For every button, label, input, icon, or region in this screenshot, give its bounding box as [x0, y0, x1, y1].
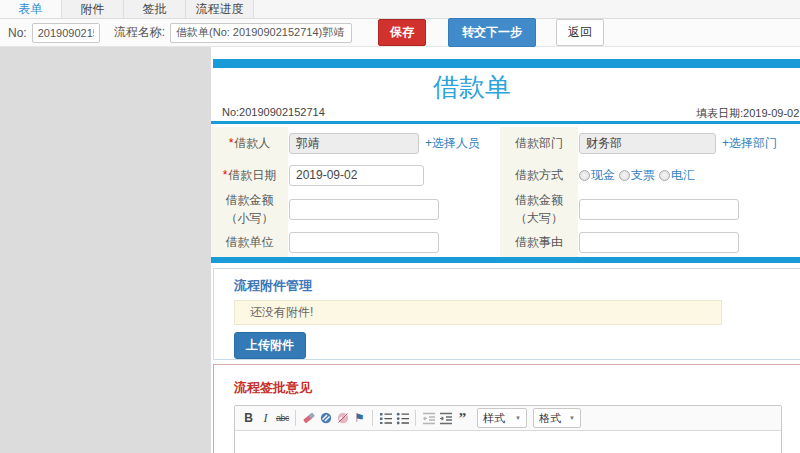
- loan-unit-field: [288, 227, 500, 257]
- borrower-label: *借款人: [211, 127, 288, 159]
- outdent-icon[interactable]: [420, 409, 437, 427]
- radio-cash[interactable]: 现金: [579, 167, 615, 184]
- tab-approval[interactable]: 签批: [124, 0, 186, 18]
- loan-date-input[interactable]: [289, 165, 424, 186]
- process-name-label: 流程名称:: [114, 24, 165, 41]
- loan-unit-input[interactable]: [289, 232, 439, 253]
- approval-section: 流程签批意见 B I abc: [213, 364, 800, 453]
- styles-dropdown-label: 样式: [483, 411, 505, 426]
- page-title: 借款单: [211, 70, 733, 105]
- loan-reason-label: 借款事由: [500, 227, 578, 257]
- borrower-field: +选择人员: [288, 127, 500, 159]
- fill-date: 填表日期:2019-09-02 15:27:1: [696, 106, 800, 121]
- amount-capital-field: [578, 191, 800, 227]
- doc-number: No:20190902152714: [222, 106, 325, 118]
- radio-check[interactable]: 支票: [619, 167, 655, 184]
- attachment-section-heading: 流程附件管理: [234, 277, 312, 295]
- forward-next-step-button[interactable]: 转交下一步: [448, 18, 536, 47]
- strikethrough-icon[interactable]: abc: [274, 409, 291, 427]
- department-label: 借款部门: [500, 127, 578, 159]
- editor-content-area[interactable]: [235, 431, 781, 453]
- app: 表单 附件 签批 流程进度 No: 流程名称: 保存 转交下一步 返回 借款单 …: [0, 0, 800, 453]
- attachment-section: 流程附件管理 还没有附件! 上传附件: [213, 268, 800, 360]
- doc-meta-row: No:20190902152714 填表日期:2019-09-02 15:27:…: [211, 106, 800, 122]
- approval-section-heading: 流程签批意见: [234, 379, 312, 397]
- caret-down-icon: ▼: [515, 415, 521, 421]
- panel-top-accent-bar: [213, 59, 800, 68]
- required-mark: *: [223, 168, 228, 182]
- remove-format-icon[interactable]: [300, 409, 317, 427]
- format-dropdown-label: 格式: [539, 411, 561, 426]
- loan-form-panel: 借款单 No:20190902152714 填表日期:2019-09-02 15…: [211, 47, 800, 453]
- no-label: No:: [8, 26, 27, 40]
- select-department-link[interactable]: +选择部门: [722, 135, 777, 152]
- upload-attachment-button[interactable]: 上传附件: [234, 332, 306, 359]
- loan-reason-field: [578, 227, 800, 257]
- amount-numeric-field: [288, 191, 500, 227]
- amount-capital-label: 借款金额（大写）: [500, 191, 578, 227]
- divider-line: [211, 121, 800, 124]
- borrower-input[interactable]: [289, 133, 419, 154]
- amount-numeric-input[interactable]: [289, 199, 439, 220]
- toolbar-separator: [372, 410, 373, 426]
- bold-icon[interactable]: B: [240, 409, 257, 427]
- select-person-link[interactable]: +选择人员: [425, 135, 480, 152]
- loan-reason-input[interactable]: [579, 232, 739, 253]
- tab-strip: 表单 附件 签批 流程进度: [0, 0, 800, 19]
- radio-circle-icon: [659, 170, 670, 181]
- styles-dropdown[interactable]: 样式 ▼: [477, 408, 527, 428]
- radio-wire-transfer[interactable]: 电汇: [659, 167, 695, 184]
- loan-date-label: *借款日期: [211, 159, 288, 191]
- amount-capital-input[interactable]: [579, 199, 739, 220]
- rich-text-editor: B I abc: [234, 405, 782, 453]
- no-attachment-notice: 还没有附件!: [234, 300, 722, 325]
- toolbar: No: 流程名称: 保存 转交下一步 返回: [0, 19, 800, 47]
- department-field: +选择部门: [578, 127, 800, 159]
- bulleted-list-icon[interactable]: [394, 409, 411, 427]
- save-button[interactable]: 保存: [378, 19, 426, 46]
- back-button[interactable]: 返回: [556, 19, 604, 46]
- link-icon[interactable]: [317, 409, 334, 427]
- numbered-list-icon[interactable]: [377, 409, 394, 427]
- no-input[interactable]: [32, 23, 100, 43]
- caret-down-icon: ▼: [569, 415, 575, 421]
- loan-method-radio-group: 现金 支票 电汇: [579, 167, 699, 184]
- loan-date-field: [288, 159, 500, 191]
- radio-circle-icon: [579, 170, 590, 181]
- indent-icon[interactable]: [437, 409, 454, 427]
- italic-icon[interactable]: I: [257, 409, 274, 427]
- form-bottom-accent-bar: [211, 257, 800, 263]
- unlink-icon[interactable]: [334, 409, 351, 427]
- department-input[interactable]: [579, 133, 716, 154]
- process-name-input[interactable]: [170, 23, 352, 43]
- amount-numeric-label: 借款金额（小写）: [211, 191, 288, 227]
- editor-toolbar: B I abc: [235, 406, 781, 431]
- required-mark: *: [229, 136, 234, 150]
- format-dropdown[interactable]: 格式 ▼: [533, 408, 581, 428]
- toolbar-separator: [295, 410, 296, 426]
- tab-attachment[interactable]: 附件: [62, 0, 124, 18]
- tab-form[interactable]: 表单: [0, 0, 62, 18]
- loan-method-field: 现金 支票 电汇: [578, 159, 800, 191]
- toolbar-separator: [415, 410, 416, 426]
- blockquote-icon[interactable]: ”: [454, 409, 471, 427]
- loan-unit-label: 借款单位: [211, 227, 288, 257]
- radio-circle-icon: [619, 170, 630, 181]
- loan-method-label: 借款方式: [500, 159, 578, 191]
- anchor-flag-icon[interactable]: ⚑: [351, 409, 368, 427]
- loan-form-grid: *借款人 +选择人员 借款部门 +选择部门 *借款日期 借款方式: [211, 127, 800, 257]
- tab-progress[interactable]: 流程进度: [186, 0, 254, 18]
